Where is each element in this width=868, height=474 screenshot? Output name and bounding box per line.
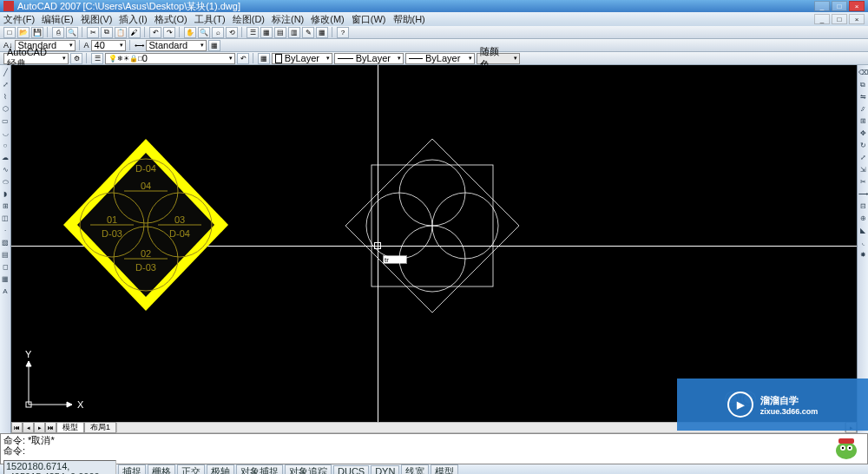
- circle-icon[interactable]: ○: [0, 140, 10, 151]
- ws-settings-icon[interactable]: ⚙: [70, 53, 82, 64]
- ellipsearc-icon[interactable]: ◗: [0, 188, 10, 200]
- insert-icon[interactable]: ⊞: [0, 201, 10, 212]
- point-icon[interactable]: ·: [0, 225, 10, 236]
- tab-model[interactable]: 模型: [56, 422, 84, 433]
- block-icon[interactable]: ◫: [0, 213, 10, 224]
- menu-edit[interactable]: 编辑(E): [42, 13, 74, 26]
- dimstyle-dropdown[interactable]: Standard: [146, 40, 207, 51]
- polar-toggle[interactable]: 极轴: [207, 464, 234, 475]
- lwt-toggle[interactable]: 线宽: [401, 464, 429, 475]
- move-icon[interactable]: ✥: [858, 128, 868, 139]
- menu-format[interactable]: 格式(O): [155, 13, 187, 26]
- zoom-rt-icon[interactable]: 🔍: [198, 27, 210, 38]
- layerprev-icon[interactable]: ↶: [237, 53, 249, 64]
- tab-layout1[interactable]: 布局1: [84, 422, 116, 433]
- ellipse-icon[interactable]: ⬭: [0, 176, 10, 188]
- tab-last-icon[interactable]: ⏭: [45, 422, 56, 433]
- hatch-icon[interactable]: ▨: [0, 237, 10, 248]
- revcloud-icon[interactable]: ☁: [0, 152, 10, 163]
- polygon-icon[interactable]: ⬡: [0, 103, 10, 115]
- menu-tools[interactable]: 工具(T): [194, 13, 226, 26]
- osnap-toggle[interactable]: 对象捕捉: [236, 464, 283, 475]
- line-icon[interactable]: ╱: [0, 67, 10, 78]
- lineweight-dropdown[interactable]: ByLayer: [405, 53, 475, 64]
- rotate-icon[interactable]: ↻: [858, 140, 868, 151]
- chamfer-icon[interactable]: ◣: [858, 225, 868, 236]
- join-icon[interactable]: ⊕: [858, 213, 868, 224]
- maximize-button[interactable]: □: [832, 1, 847, 11]
- spline-icon[interactable]: ∿: [0, 164, 10, 175]
- ssm-icon[interactable]: ▥: [288, 27, 300, 38]
- ortho-toggle[interactable]: 正交: [177, 464, 205, 475]
- plotstyle-dropdown[interactable]: 随颜色: [477, 53, 520, 64]
- match-icon[interactable]: 🖌: [128, 27, 141, 38]
- markup-icon[interactable]: ✎: [302, 27, 314, 38]
- new-icon[interactable]: □: [3, 27, 16, 38]
- snap-toggle[interactable]: 捕捉: [118, 464, 146, 475]
- workspace-dropdown[interactable]: AutoCAD 经典: [3, 53, 69, 64]
- layer-dropdown[interactable]: 💡❄☀🔒□ 0: [105, 53, 235, 64]
- extend-icon[interactable]: ⟶: [858, 188, 868, 200]
- grid-toggle[interactable]: 栅格: [148, 464, 175, 475]
- gradient-icon[interactable]: ▤: [0, 249, 10, 260]
- trim-icon[interactable]: ✂: [858, 176, 868, 188]
- layerprops-icon[interactable]: ☰: [91, 53, 103, 64]
- plot-icon[interactable]: ⎙: [52, 27, 64, 38]
- scale-icon[interactable]: ⤢: [858, 152, 868, 163]
- color-btn-icon[interactable]: ▦: [258, 53, 270, 64]
- size-dropdown[interactable]: 40: [91, 40, 126, 51]
- break-icon[interactable]: ⊟: [858, 201, 868, 212]
- calc-icon[interactable]: ▦: [316, 27, 328, 38]
- otrack-toggle[interactable]: 对象追踪: [285, 464, 332, 475]
- explode-icon[interactable]: ✸: [858, 249, 868, 260]
- menu-view[interactable]: 视图(V): [81, 13, 113, 26]
- dc-icon[interactable]: ▦: [260, 27, 273, 38]
- zoom-prev-icon[interactable]: ⟲: [226, 27, 238, 38]
- redo-icon[interactable]: ↷: [163, 27, 175, 38]
- paste-icon[interactable]: 📋: [115, 27, 127, 38]
- menu-help[interactable]: 帮助(H): [393, 13, 425, 26]
- erase-icon[interactable]: ⌫: [858, 67, 868, 78]
- region-icon[interactable]: ◻: [0, 261, 10, 273]
- cut-icon[interactable]: ✂: [87, 27, 99, 38]
- table-draw-icon[interactable]: ▦: [0, 273, 10, 285]
- props-icon[interactable]: ☰: [247, 27, 259, 38]
- mtext-icon[interactable]: A: [0, 286, 10, 297]
- fillet-icon[interactable]: ◟: [858, 237, 868, 248]
- color-dropdown[interactable]: ByLayer: [272, 53, 332, 64]
- table-icon[interactable]: ▦: [208, 40, 220, 51]
- ducs-toggle[interactable]: DUCS: [333, 465, 369, 474]
- minimize-button[interactable]: _: [814, 1, 830, 11]
- xline-icon[interactable]: ⤢: [0, 79, 10, 90]
- array-icon[interactable]: ⊞: [858, 115, 868, 127]
- copy-icon[interactable]: ⧉: [101, 27, 113, 38]
- linetype-dropdown[interactable]: ByLayer: [334, 53, 404, 64]
- tab-first-icon[interactable]: ⏮: [11, 422, 23, 433]
- pan-icon[interactable]: ✋: [184, 27, 196, 38]
- help-icon[interactable]: ?: [337, 27, 349, 38]
- menu-window[interactable]: 窗口(W): [352, 13, 386, 26]
- save-icon[interactable]: 💾: [31, 27, 43, 38]
- rect-icon[interactable]: ▭: [0, 115, 10, 127]
- menu-file[interactable]: 文件(F): [3, 13, 35, 26]
- dyn-toggle[interactable]: DYN: [371, 465, 399, 474]
- tp-icon[interactable]: ▤: [274, 27, 286, 38]
- menu-modify[interactable]: 修改(M): [311, 13, 345, 26]
- doc-maximize-button[interactable]: □: [832, 14, 847, 24]
- zoom-win-icon[interactable]: ⌕: [212, 27, 224, 38]
- menu-insert[interactable]: 插入(I): [119, 13, 147, 26]
- copyobj-icon[interactable]: ⧉: [858, 79, 868, 90]
- menu-draw[interactable]: 绘图(D): [233, 13, 265, 26]
- tab-prev-icon[interactable]: ◂: [23, 422, 34, 433]
- command-line[interactable]: 命令: *取消* 命令:: [0, 433, 868, 464]
- doc-minimize-button[interactable]: _: [814, 14, 830, 24]
- close-button[interactable]: ×: [849, 1, 865, 11]
- doc-close-button[interactable]: ×: [849, 14, 865, 24]
- stretch-icon[interactable]: ⇲: [858, 164, 868, 175]
- menu-dim[interactable]: 标注(N): [272, 13, 304, 26]
- model-toggle[interactable]: 模型: [431, 464, 458, 475]
- tab-next-icon[interactable]: ▸: [34, 422, 45, 433]
- arc-icon[interactable]: ◡: [0, 128, 10, 139]
- open-icon[interactable]: 📂: [17, 27, 30, 38]
- mirror-icon[interactable]: ⇋: [858, 91, 868, 102]
